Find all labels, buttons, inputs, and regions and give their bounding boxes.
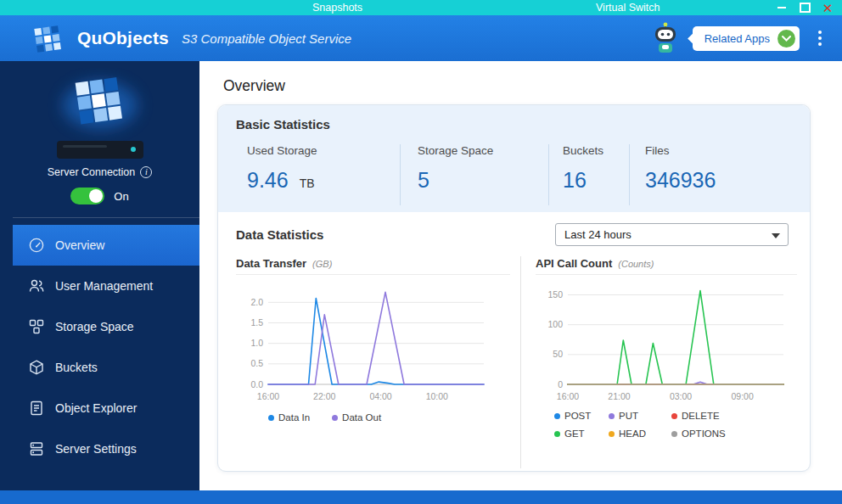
svg-text:04:00: 04:00 [369, 391, 391, 401]
page-title: Overview [223, 77, 842, 95]
chart-header: Data Transfer (GB) [236, 257, 510, 275]
sidebar-item-label: Overview [55, 238, 104, 252]
legend-get: GET [554, 428, 609, 439]
legend-label: PUT [619, 411, 638, 421]
data-transfer-chart: Data Transfer (GB) 0.00.51.01.52.016:002… [218, 255, 520, 468]
chart-unit-label: (GB) [312, 259, 332, 269]
quobjects-logo-icon [31, 23, 65, 53]
legend-dot-icon [554, 413, 560, 419]
main-content: Overview Basic Statistics Used Storage 9… [199, 61, 842, 490]
close-button[interactable]: ✕ [822, 2, 834, 14]
legend-label: Data Out [342, 412, 381, 423]
svg-text:16:00: 16:00 [557, 391, 579, 401]
chart-title: Data Transfer [236, 257, 306, 270]
svg-text:2.0: 2.0 [250, 297, 263, 307]
background-tab-virtual-switch[interactable]: Virtual Switch [596, 2, 660, 14]
legend-dot-icon [609, 413, 615, 419]
legend-dot-icon [671, 431, 677, 437]
svg-text:03:00: 03:00 [670, 391, 692, 401]
stat-value: 346936 [645, 168, 716, 193]
stat-label: Used Storage [247, 144, 400, 157]
sidebar-item-label: Server Settings [55, 442, 137, 456]
app-title: QuObjects [77, 28, 169, 48]
sidebar-menu: Overview User Management Storage Space [0, 225, 199, 469]
window-footer [0, 490, 842, 504]
stat-label: Buckets [563, 144, 629, 157]
sidebar-divider [13, 217, 199, 218]
basic-statistics-title: Basic Statistics [236, 117, 810, 132]
sidebar-item-user-management[interactable]: User Management [13, 266, 199, 306]
header-actions: Related Apps [650, 15, 828, 61]
sidebar-item-server-settings[interactable]: Server Settings [13, 428, 199, 469]
sidebar-item-object-explorer[interactable]: Object Explorer [13, 388, 199, 428]
legend-label: Data In [278, 412, 310, 423]
period-dropdown-value: Last 24 hours [564, 228, 632, 241]
sidebar-item-label: Buckets [55, 361, 98, 374]
svg-text:150: 150 [547, 289, 563, 300]
qbot-assistant-icon[interactable] [650, 22, 681, 54]
legend-dot-icon [332, 415, 338, 421]
quobjects-hero-illustration [0, 68, 199, 165]
period-dropdown[interactable]: Last 24 hours [555, 223, 789, 246]
svg-text:1.0: 1.0 [250, 338, 263, 348]
legend-post: POST [554, 411, 609, 421]
sidebar-item-storage-space[interactable]: Storage Space [13, 306, 199, 347]
server-icon [28, 440, 45, 457]
toggle-state-label: On [114, 190, 128, 203]
legend-label: GET [564, 428, 585, 439]
svg-text:16:00: 16:00 [257, 391, 279, 401]
sidebar-item-overview[interactable]: Overview [13, 225, 199, 266]
sidebar-item-label: Storage Space [55, 320, 134, 333]
legend-label: DELETE [682, 411, 720, 421]
svg-text:0: 0 [558, 379, 563, 389]
info-icon[interactable]: i [140, 166, 152, 178]
stats-row: Used Storage 9.46 TB Storage Space 5 [236, 144, 810, 205]
api-call-count-plot: 05010015016:0021:0003:0009:00 [536, 277, 790, 406]
app-subtitle: S3 Compatible Object Service [182, 31, 351, 46]
screen: Snapshots Virtual Switch ✕ QuObjects S3 … [0, 0, 842, 504]
users-icon [28, 277, 45, 294]
sidebar: Server Connection i On Overview [0, 61, 199, 490]
svg-text:100: 100 [547, 319, 563, 329]
storage-icon [28, 318, 45, 335]
svg-text:0.5: 0.5 [250, 358, 263, 368]
legend-dot-icon [609, 431, 615, 437]
basic-statistics-section: Basic Statistics Used Storage 9.46 TB St [218, 105, 810, 212]
minimize-button[interactable] [776, 2, 788, 14]
app-body: Server Connection i On Overview [0, 61, 842, 490]
legend-data-in: Data In [268, 412, 310, 423]
svg-text:1.5: 1.5 [250, 317, 263, 328]
svg-text:50: 50 [553, 349, 563, 359]
bucket-icon [28, 359, 45, 376]
chevron-down-icon [777, 30, 795, 48]
chart-header: API Call Count (Counts) [536, 257, 797, 275]
related-apps-button[interactable]: Related Apps [693, 26, 800, 51]
legend-put: PUT [609, 411, 671, 421]
dropdown-caret-icon [772, 233, 780, 238]
desktop-titlebar: Snapshots Virtual Switch ✕ [0, 0, 842, 15]
more-options-button[interactable] [811, 26, 828, 50]
stat-value: 5 [418, 168, 429, 193]
svg-text:10:00: 10:00 [426, 391, 448, 401]
svg-text:22:00: 22:00 [313, 391, 335, 401]
legend-head: HEAD [609, 428, 671, 439]
background-tab-snapshots[interactable]: Snapshots [312, 2, 362, 14]
server-connection-toggle[interactable] [70, 188, 104, 204]
stat-value: 16 [563, 168, 587, 193]
stat-label: Storage Space [418, 144, 548, 157]
sidebar-item-label: Object Explorer [55, 401, 137, 415]
sidebar-item-buckets[interactable]: Buckets [13, 347, 199, 388]
window-controls: ✕ [776, 0, 834, 15]
stat-storage-space: Storage Space 5 [400, 144, 548, 205]
document-icon [28, 400, 45, 417]
related-apps-label: Related Apps [704, 32, 770, 45]
stat-unit: TB [300, 176, 315, 190]
toggle-row: On [0, 188, 199, 204]
stat-buckets: Buckets 16 [548, 144, 629, 205]
stat-value: 9.46 [247, 168, 289, 193]
maximize-button[interactable] [799, 2, 811, 14]
toggle-knob [89, 189, 103, 203]
sidebar-item-label: User Management [55, 279, 153, 293]
chart-unit-label: (Counts) [618, 259, 654, 269]
legend-data-out: Data Out [332, 412, 381, 423]
